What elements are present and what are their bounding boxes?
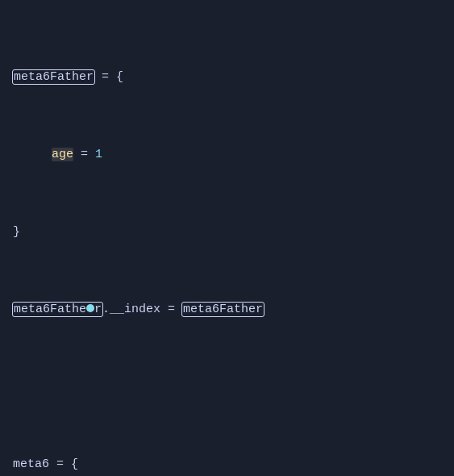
code-line-2: age = 1 [13,145,441,165]
code-editor: meta6Father = { age = 1 } meta6Father.__… [0,0,454,476]
code-line-6: meta6 = { [13,455,441,474]
meta6father-var-3: meta6Father [182,303,264,316]
cursor-dot [86,304,94,312]
code-line-1: meta6Father = { [13,68,441,87]
meta6father-var-2: meta6Father [13,303,102,316]
age-var: age [52,148,73,161]
code-line-5 [13,378,441,397]
code-line-3: } [13,223,441,242]
meta6father-var-1: meta6Father [13,70,94,84]
code-line-4: meta6Father.__index = meta6Father [13,300,441,319]
